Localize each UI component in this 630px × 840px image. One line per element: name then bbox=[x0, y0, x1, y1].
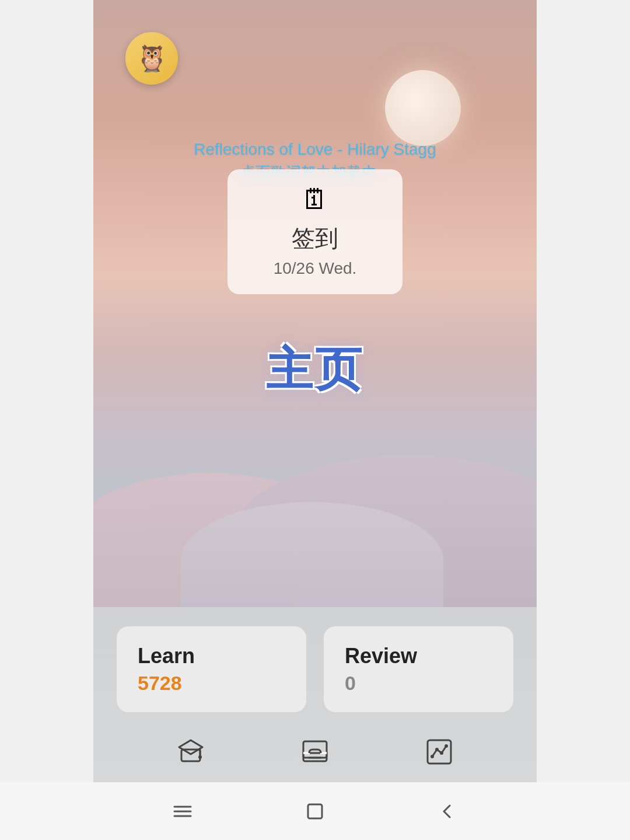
checkin-card[interactable]: 🗓 签到 10/26 Wed. bbox=[228, 169, 402, 294]
svg-point-11 bbox=[435, 748, 439, 751]
nav-collect[interactable] bbox=[295, 731, 335, 772]
svg-rect-17 bbox=[308, 804, 322, 818]
bottom-panel: Learn 5728 Review 0 bbox=[93, 601, 537, 782]
nav-learn[interactable] bbox=[170, 731, 211, 772]
system-menu-button[interactable] bbox=[168, 797, 197, 826]
svg-point-12 bbox=[440, 751, 443, 755]
review-card[interactable]: Review 0 bbox=[324, 626, 513, 712]
owl-icon: 🦉 bbox=[136, 43, 168, 74]
svg-point-10 bbox=[430, 755, 434, 758]
system-nav-bar bbox=[0, 782, 630, 840]
svg-point-13 bbox=[444, 744, 448, 748]
learn-label: Learn bbox=[138, 644, 285, 668]
learn-card[interactable]: Learn 5728 bbox=[117, 626, 306, 712]
svg-marker-1 bbox=[179, 740, 202, 754]
bottom-navigation bbox=[93, 721, 537, 782]
app-logo[interactable]: 🦉 bbox=[125, 32, 178, 85]
moon-decoration bbox=[385, 70, 461, 146]
hills-decoration bbox=[93, 385, 537, 619]
review-count: 0 bbox=[345, 672, 356, 694]
app-container: 🦉 Reflections of Love - Hilary Stagg 桌面歌… bbox=[93, 0, 537, 782]
action-cards-container: Learn 5728 Review 0 bbox=[93, 626, 537, 712]
checkin-calendar-icon: 🗓 bbox=[245, 183, 385, 215]
music-title: Reflections of Love - Hilary Stagg bbox=[93, 140, 537, 159]
system-home-button[interactable] bbox=[300, 797, 330, 826]
main-page-title: 主页 bbox=[93, 339, 537, 402]
svg-point-3 bbox=[198, 755, 202, 759]
review-label: Review bbox=[345, 644, 492, 668]
checkin-label: 签到 bbox=[245, 222, 385, 255]
learn-count: 5728 bbox=[138, 672, 182, 694]
nav-stats[interactable] bbox=[419, 731, 460, 772]
checkin-date: 10/26 Wed. bbox=[245, 259, 385, 278]
system-back-button[interactable] bbox=[433, 797, 462, 826]
